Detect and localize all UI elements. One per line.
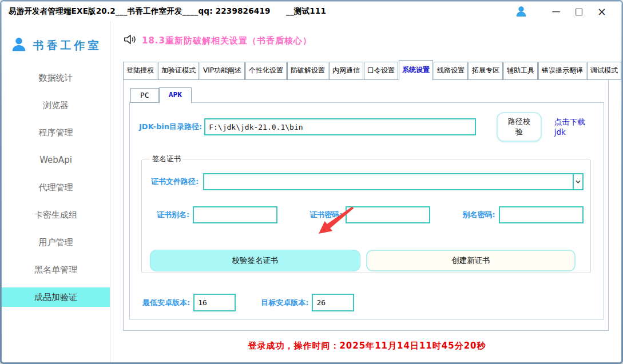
create-cert-button[interactable]: 创建新证书	[366, 250, 576, 271]
tab-expansion-zone[interactable]: 拓展专区	[469, 62, 503, 80]
speaker-icon	[123, 33, 137, 48]
cert-file-path-label: 证书文件路径:	[151, 177, 199, 187]
cert-fields-row: 证书别名: 证书密码: 别名密码:	[149, 206, 584, 223]
sidebar-nav: 数据统计 浏览器 程序管理 WebApi 代理管理 卡密生成组 用户管理 黑名单…	[2, 68, 110, 307]
sidebar-item-card-key-group[interactable]: 卡密生成组	[2, 205, 110, 225]
cert-file-path-value	[204, 174, 572, 189]
window-title: 易游开发者管理端EXE版20.2___书香工作室开发____qq: 223982…	[9, 6, 326, 17]
verify-cert-button[interactable]: 校验签名证书	[150, 250, 360, 271]
min-android-version-input[interactable]	[193, 294, 236, 311]
jdk-path-input[interactable]	[204, 118, 475, 135]
alias-password-field: 别名密码:	[462, 206, 583, 223]
min-android-version-label: 最低安卓版本:	[142, 298, 190, 308]
status-message: 登录成功，操作时间：2025年11月14日11时45分20秒	[123, 341, 611, 351]
signing-cert-group: 签名证书 证书文件路径:	[141, 154, 591, 273]
workspace-logo: 书香工作室	[2, 36, 110, 55]
cert-file-path-row: 证书文件路径:	[149, 173, 584, 190]
jdk-path-label: JDK-bin目录路径:	[139, 122, 202, 132]
apk-settings-panel: JDK-bin目录路径: 路径校验 点击下载jdk 签名证书 证书文件路径:	[129, 102, 604, 319]
system-settings-panel: PC APK JDK-bin目录路径: 路径校验 点击下载jdk 签名证书	[123, 79, 609, 331]
cert-alias-field: 证书别名:	[157, 206, 277, 223]
cert-alias-input[interactable]	[193, 206, 277, 223]
page-header: 18.3重新防破解相关设置（书香盾核心）	[123, 33, 611, 49]
tab-error-translation[interactable]: 错误提示翻译	[538, 62, 586, 80]
tab-line-settings[interactable]: 线路设置	[434, 62, 468, 80]
cert-password-label: 证书密码:	[309, 210, 342, 220]
chevron-down-icon[interactable]	[573, 174, 582, 189]
app-window: 易游开发者管理端EXE版20.2___书香工作室开发____qq: 223982…	[0, 0, 623, 364]
alias-password-label: 别名密码:	[462, 210, 495, 220]
close-button[interactable]: ×	[590, 3, 613, 20]
sidebar-item-program-management[interactable]: 程序管理	[2, 123, 110, 142]
person-icon	[10, 36, 27, 55]
sidebar-item-product-verification[interactable]: 成品加验证	[2, 287, 110, 307]
subtab-pc[interactable]: PC	[130, 88, 159, 103]
tab-anticrack-settings[interactable]: 防破解设置	[287, 62, 328, 80]
sidebar-item-browser[interactable]: 浏览器	[2, 95, 110, 115]
cert-password-input[interactable]	[346, 206, 430, 223]
sidebar: 书香工作室 数据统计 浏览器 程序管理 WebApi 代理管理 卡密生成组 用户…	[2, 21, 110, 362]
cert-password-field: 证书密码:	[309, 206, 430, 223]
target-android-version-label: 目标安卓版本:	[261, 298, 308, 308]
tab-verification-mode[interactable]: 加验证模式	[158, 62, 199, 80]
window-controls: — □ ×	[515, 3, 613, 20]
maximize-button[interactable]: □	[568, 3, 590, 20]
titlebar[interactable]: 易游开发者管理端EXE版20.2___书香工作室开发____qq: 223982…	[2, 2, 621, 21]
sidebar-item-user-management[interactable]: 用户管理	[2, 233, 110, 252]
subtab-apk[interactable]: APK	[159, 87, 192, 103]
tab-intranet-comm[interactable]: 内网通信	[329, 62, 363, 80]
content-area: 18.3重新防破解相关设置（书香盾核心） 登陆授权 加验证模式 VIP功能阐述 …	[110, 21, 621, 362]
sidebar-item-proxy-management[interactable]: 代理管理	[2, 178, 110, 197]
workspace-name: 书香工作室	[33, 38, 102, 53]
window-body: 书香工作室 数据统计 浏览器 程序管理 WebApi 代理管理 卡密生成组 用户…	[2, 21, 621, 362]
tab-login-auth[interactable]: 登陆授权	[123, 62, 157, 80]
platform-subtabs: PC APK	[130, 87, 608, 103]
cert-alias-label: 证书别名:	[157, 210, 189, 220]
app-person-icon	[515, 5, 527, 18]
download-jdk-link[interactable]: 点击下载jdk	[554, 117, 594, 137]
tab-personalization[interactable]: 个性化设置	[245, 62, 287, 80]
tab-debug-mode[interactable]: 调试模式	[587, 62, 621, 80]
cert-file-path-select[interactable]	[203, 173, 583, 190]
path-verify-button[interactable]: 路径校验	[497, 112, 542, 142]
cert-buttons-row: 校验签名证书 创建新证书	[149, 250, 584, 271]
page-title: 18.3重新防破解相关设置（书香盾核心）	[142, 35, 312, 46]
sidebar-item-data-stats[interactable]: 数据统计	[2, 68, 110, 87]
alias-password-input[interactable]	[499, 206, 584, 223]
target-android-version-input[interactable]	[312, 294, 354, 311]
minimize-button[interactable]: —	[545, 3, 568, 20]
target-android-version-group: 目标安卓版本:	[261, 294, 354, 311]
android-version-row: 最低安卓版本: 目标安卓版本:	[142, 294, 604, 311]
tab-vip-features[interactable]: VIP功能阐述	[200, 62, 245, 80]
sidebar-item-blacklist-management[interactable]: 黑名单管理	[2, 260, 110, 279]
jdk-path-row: JDK-bin目录路径: 路径校验 点击下载jdk	[139, 112, 594, 142]
tab-helper-tools[interactable]: 辅助工具	[503, 62, 538, 80]
tab-bar: 登陆授权 加验证模式 VIP功能阐述 个性化设置 防破解设置 内网通信 口令设置…	[123, 60, 611, 80]
signing-cert-legend: 签名证书	[150, 154, 183, 164]
tab-password-settings[interactable]: 口令设置	[364, 62, 398, 80]
tab-system-settings[interactable]: 系统设置	[399, 60, 433, 81]
window-frame: 易游开发者管理端EXE版20.2___书香工作室开发____qq: 223982…	[2, 2, 621, 362]
sidebar-item-webapi[interactable]: WebApi	[2, 150, 110, 170]
